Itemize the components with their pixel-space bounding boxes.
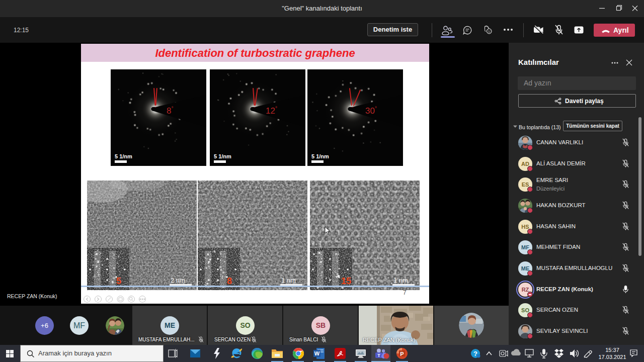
svg-text:5 1/nm: 5 1/nm (311, 153, 329, 159)
svg-text:5 1/nm: 5 1/nm (115, 153, 132, 159)
svg-text:15: 15 (341, 276, 351, 286)
svg-text:5 1/nm: 5 1/nm (214, 153, 231, 159)
svg-text:P: P (400, 351, 404, 357)
svg-text:8: 8 (227, 276, 232, 286)
svg-text:W: W (314, 350, 320, 356)
svg-text:5: 5 (116, 276, 121, 286)
svg-text:2 nm: 2 nm (171, 277, 185, 284)
svg-text:1 nm: 1 nm (281, 277, 296, 284)
svg-text:T: T (377, 353, 380, 358)
svg-text:1 nm: 1 nm (393, 277, 408, 284)
